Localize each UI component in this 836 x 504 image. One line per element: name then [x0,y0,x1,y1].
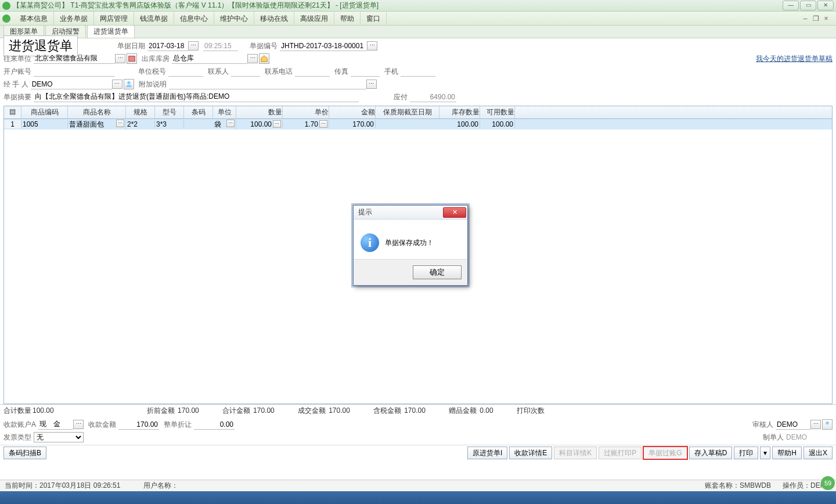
auditor-input[interactable] [776,420,810,430]
cell-model[interactable]: 3*3 [155,120,184,128]
cell-amount[interactable]: 170.00 [329,120,376,128]
handler-detail-icon[interactable] [124,79,134,89]
warehouse-input[interactable] [172,54,247,64]
col-qty[interactable]: 数量 [236,106,283,118]
menu-money[interactable]: 钱流单据 [134,12,174,26]
menu-basic[interactable]: 基本信息 [14,12,54,26]
menu-shop[interactable]: 网店管理 [94,12,134,26]
receive-amt-input[interactable] [118,420,159,430]
tab-return-order[interactable]: 进货退货单 [87,25,135,38]
account-lookup-button[interactable]: ⋯ [73,420,84,429]
vendor-detail-icon[interactable] [127,53,137,64]
taxno-input[interactable] [168,67,203,77]
summary-input[interactable] [34,92,359,102]
payable-input [410,92,456,102]
window-title: 【某某商贸公司】 T1-商贸宝批发零售网店版体验版（客户端 V 11.1）【限时… [13,1,781,10]
totals-bar: 合计数量100.00 折前金额 170.00 合计金额 170.00 成交金额 … [0,404,836,417]
col-expiry[interactable]: 保质期截至日期 [376,106,439,118]
barcode-scan-button[interactable]: 条码扫描B [3,447,46,459]
handler-input[interactable] [31,80,112,89]
dialog-close-button[interactable]: ✕ [443,207,466,218]
date-input[interactable] [147,41,188,51]
cell-code[interactable]: 1005 [21,120,68,128]
col-stock[interactable]: 库存数量 [439,106,480,118]
col-avail[interactable]: 可用数量 [480,106,515,118]
fax-input[interactable] [351,67,380,77]
cell-price[interactable]: 1.70⋯ [283,120,329,128]
label-taxno: 单位税号 [138,67,166,77]
mdi-minimize[interactable]: – [801,15,809,23]
name-lookup-icon[interactable]: ⋯ [116,120,124,127]
discount-input[interactable] [194,420,235,430]
cell-name[interactable]: 普通甜面包⋯ [68,120,126,129]
mdi-close[interactable]: × [822,15,830,23]
post-print-button: 过账打印P [599,447,642,459]
os-taskbar[interactable] [0,491,836,504]
minimize-button[interactable]: — [783,1,799,10]
menu-maint[interactable]: 维护中心 [214,12,254,26]
note-input[interactable] [169,80,366,89]
price-edit-icon[interactable]: ⋯ [319,120,327,128]
col-barcode[interactable]: 条码 [184,106,213,118]
col-rownum[interactable]: ▤ [4,106,21,118]
menu-info[interactable]: 信息中心 [174,12,214,26]
dialog-ok-button[interactable]: 确定 [413,265,462,279]
col-spec[interactable]: 规格 [126,106,155,118]
col-unit[interactable]: 单位 [213,106,236,118]
auditor-lookup-button[interactable]: ⋯ [810,420,821,429]
post-order-button[interactable]: 单据过账G [643,447,687,459]
help-button[interactable]: 帮助H [772,447,802,459]
contact-input[interactable] [231,67,260,77]
col-code[interactable]: 商品编码 [21,106,68,118]
status-time: 2017年03月18日 09:26:51 [39,481,120,489]
warehouse-detail-icon[interactable] [259,53,269,64]
close-button[interactable]: ✕ [817,1,834,10]
account-input[interactable] [38,420,73,430]
date-picker-button[interactable]: ⋯ [188,41,199,51]
menu-help[interactable]: 帮助 [334,12,361,26]
menu-adv[interactable]: 高级应用 [294,12,334,26]
cell-unit[interactable]: 袋⋯ [213,120,236,129]
bottom-form: 收款账户A ⋯ 收款金额 整单折让 审核人 ⋯ 发票类型 无 制单人 DEMO [0,417,836,445]
print-dropdown-button[interactable]: ▾ [760,447,770,459]
time-input[interactable] [203,41,238,51]
docno-lookup-button[interactable]: ⋯ [367,41,377,51]
handler-lookup-button[interactable]: ⋯ [112,80,122,89]
qty-edit-icon[interactable]: ⋯ [273,120,281,128]
auditor-detail-icon[interactable] [822,419,833,430]
cell-rn: 1 [4,120,21,128]
unit-lookup-icon[interactable]: ⋯ [226,120,235,127]
col-price[interactable]: 单价 [283,106,329,118]
phone-input[interactable] [295,67,330,77]
menu-biz[interactable]: 业务单据 [54,12,94,26]
mdi-restore[interactable]: ❐ [812,15,820,23]
notification-badge[interactable]: 59 [821,476,835,490]
col-model[interactable]: 型号 [155,106,184,118]
cell-qty[interactable]: 100.00⋯ [236,120,283,128]
vendor-input[interactable] [34,54,115,64]
vendor-lookup-button[interactable]: ⋯ [115,54,125,63]
label-account: 收款账户A [3,420,36,430]
main-menubar: 基本信息 业务单据 网店管理 钱流单据 信息中心 维护中心 移动在线 高级应用 … [0,12,836,26]
exit-button[interactable]: 退出X [803,447,833,459]
note-expand-button[interactable]: ⋯ [366,80,377,89]
cell-spec[interactable]: 2*2 [126,120,155,128]
invoice-select[interactable]: 无 [34,432,84,442]
bank-input[interactable] [34,67,115,77]
table-row[interactable]: 1 1005 普通甜面包⋯ 2*2 3*3 袋⋯ 100.00⋯ 1.70⋯ 1… [4,119,832,129]
mobile-input[interactable] [401,67,435,77]
col-name[interactable]: 商品名称 [68,106,126,118]
order-form: 进货退货单 单据日期 ⋯ 单据编号 ⋯ 往来单位 ⋯ 出库库房 ⋯ 我今天的进货… [0,38,836,105]
menu-window[interactable]: 窗口 [361,12,387,26]
label-handler: 经 手 人 [3,80,28,89]
print-button[interactable]: 打印 [734,447,758,459]
save-draft-button[interactable]: 存入草稿D [689,447,733,459]
original-order-button[interactable]: 原进货单I [467,447,507,459]
warehouse-lookup-button[interactable]: ⋯ [247,54,258,63]
docno-input[interactable] [280,41,367,51]
maximize-button[interactable]: ▭ [800,1,816,10]
my-drafts-link[interactable]: 我今天的进货退货单草稿 [756,54,833,64]
menu-mobile[interactable]: 移动在线 [254,12,294,26]
receive-detail-button[interactable]: 收款详情E [509,447,552,459]
col-amount[interactable]: 金额 [329,106,376,118]
